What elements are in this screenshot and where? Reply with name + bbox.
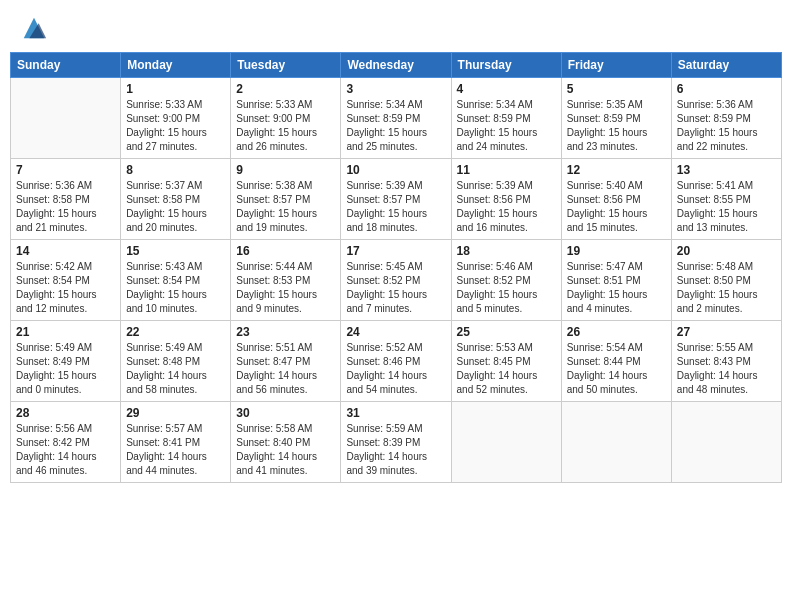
- day-info: Sunrise: 5:53 AM Sunset: 8:45 PM Dayligh…: [457, 341, 556, 397]
- calendar-cell: 2Sunrise: 5:33 AM Sunset: 9:00 PM Daylig…: [231, 78, 341, 159]
- day-info: Sunrise: 5:39 AM Sunset: 8:56 PM Dayligh…: [457, 179, 556, 235]
- day-info: Sunrise: 5:52 AM Sunset: 8:46 PM Dayligh…: [346, 341, 445, 397]
- weekday-header-wednesday: Wednesday: [341, 53, 451, 78]
- weekday-header-monday: Monday: [121, 53, 231, 78]
- calendar-cell: 29Sunrise: 5:57 AM Sunset: 8:41 PM Dayli…: [121, 402, 231, 483]
- weekday-header-thursday: Thursday: [451, 53, 561, 78]
- calendar-cell: 28Sunrise: 5:56 AM Sunset: 8:42 PM Dayli…: [11, 402, 121, 483]
- calendar-cell: 27Sunrise: 5:55 AM Sunset: 8:43 PM Dayli…: [671, 321, 781, 402]
- day-info: Sunrise: 5:55 AM Sunset: 8:43 PM Dayligh…: [677, 341, 776, 397]
- day-number: 30: [236, 406, 335, 420]
- calendar-cell: 14Sunrise: 5:42 AM Sunset: 8:54 PM Dayli…: [11, 240, 121, 321]
- calendar-cell: 13Sunrise: 5:41 AM Sunset: 8:55 PM Dayli…: [671, 159, 781, 240]
- calendar-cell: 25Sunrise: 5:53 AM Sunset: 8:45 PM Dayli…: [451, 321, 561, 402]
- day-info: Sunrise: 5:34 AM Sunset: 8:59 PM Dayligh…: [457, 98, 556, 154]
- calendar-cell: 21Sunrise: 5:49 AM Sunset: 8:49 PM Dayli…: [11, 321, 121, 402]
- day-info: Sunrise: 5:59 AM Sunset: 8:39 PM Dayligh…: [346, 422, 445, 478]
- day-number: 26: [567, 325, 666, 339]
- day-info: Sunrise: 5:45 AM Sunset: 8:52 PM Dayligh…: [346, 260, 445, 316]
- day-number: 9: [236, 163, 335, 177]
- day-info: Sunrise: 5:58 AM Sunset: 8:40 PM Dayligh…: [236, 422, 335, 478]
- calendar-cell: 31Sunrise: 5:59 AM Sunset: 8:39 PM Dayli…: [341, 402, 451, 483]
- calendar-cell: 24Sunrise: 5:52 AM Sunset: 8:46 PM Dayli…: [341, 321, 451, 402]
- weekday-header-tuesday: Tuesday: [231, 53, 341, 78]
- day-number: 28: [16, 406, 115, 420]
- calendar-cell: [451, 402, 561, 483]
- calendar-cell: [671, 402, 781, 483]
- calendar-cell: 7Sunrise: 5:36 AM Sunset: 8:58 PM Daylig…: [11, 159, 121, 240]
- calendar-cell: 30Sunrise: 5:58 AM Sunset: 8:40 PM Dayli…: [231, 402, 341, 483]
- day-info: Sunrise: 5:34 AM Sunset: 8:59 PM Dayligh…: [346, 98, 445, 154]
- day-number: 27: [677, 325, 776, 339]
- day-info: Sunrise: 5:43 AM Sunset: 8:54 PM Dayligh…: [126, 260, 225, 316]
- day-number: 31: [346, 406, 445, 420]
- day-number: 8: [126, 163, 225, 177]
- day-number: 17: [346, 244, 445, 258]
- calendar-cell: 1Sunrise: 5:33 AM Sunset: 9:00 PM Daylig…: [121, 78, 231, 159]
- calendar-cell: [11, 78, 121, 159]
- day-number: 25: [457, 325, 556, 339]
- day-number: 21: [16, 325, 115, 339]
- day-number: 23: [236, 325, 335, 339]
- day-info: Sunrise: 5:37 AM Sunset: 8:58 PM Dayligh…: [126, 179, 225, 235]
- calendar-cell: 19Sunrise: 5:47 AM Sunset: 8:51 PM Dayli…: [561, 240, 671, 321]
- calendar-cell: 10Sunrise: 5:39 AM Sunset: 8:57 PM Dayli…: [341, 159, 451, 240]
- calendar-cell: 18Sunrise: 5:46 AM Sunset: 8:52 PM Dayli…: [451, 240, 561, 321]
- day-info: Sunrise: 5:33 AM Sunset: 9:00 PM Dayligh…: [126, 98, 225, 154]
- day-number: 6: [677, 82, 776, 96]
- logo-icon: [20, 14, 48, 42]
- day-number: 20: [677, 244, 776, 258]
- day-number: 3: [346, 82, 445, 96]
- day-number: 13: [677, 163, 776, 177]
- day-number: 1: [126, 82, 225, 96]
- day-info: Sunrise: 5:44 AM Sunset: 8:53 PM Dayligh…: [236, 260, 335, 316]
- day-info: Sunrise: 5:51 AM Sunset: 8:47 PM Dayligh…: [236, 341, 335, 397]
- calendar-cell: 8Sunrise: 5:37 AM Sunset: 8:58 PM Daylig…: [121, 159, 231, 240]
- day-info: Sunrise: 5:54 AM Sunset: 8:44 PM Dayligh…: [567, 341, 666, 397]
- calendar-week-row: 14Sunrise: 5:42 AM Sunset: 8:54 PM Dayli…: [11, 240, 782, 321]
- calendar-cell: 9Sunrise: 5:38 AM Sunset: 8:57 PM Daylig…: [231, 159, 341, 240]
- calendar-cell: 22Sunrise: 5:49 AM Sunset: 8:48 PM Dayli…: [121, 321, 231, 402]
- day-number: 2: [236, 82, 335, 96]
- logo: [18, 14, 48, 42]
- calendar-cell: 11Sunrise: 5:39 AM Sunset: 8:56 PM Dayli…: [451, 159, 561, 240]
- day-info: Sunrise: 5:40 AM Sunset: 8:56 PM Dayligh…: [567, 179, 666, 235]
- day-info: Sunrise: 5:33 AM Sunset: 9:00 PM Dayligh…: [236, 98, 335, 154]
- calendar-cell: 15Sunrise: 5:43 AM Sunset: 8:54 PM Dayli…: [121, 240, 231, 321]
- calendar-cell: 3Sunrise: 5:34 AM Sunset: 8:59 PM Daylig…: [341, 78, 451, 159]
- day-number: 10: [346, 163, 445, 177]
- day-number: 14: [16, 244, 115, 258]
- calendar-cell: 26Sunrise: 5:54 AM Sunset: 8:44 PM Dayli…: [561, 321, 671, 402]
- day-number: 5: [567, 82, 666, 96]
- day-info: Sunrise: 5:39 AM Sunset: 8:57 PM Dayligh…: [346, 179, 445, 235]
- day-info: Sunrise: 5:41 AM Sunset: 8:55 PM Dayligh…: [677, 179, 776, 235]
- day-info: Sunrise: 5:36 AM Sunset: 8:58 PM Dayligh…: [16, 179, 115, 235]
- calendar-cell: 4Sunrise: 5:34 AM Sunset: 8:59 PM Daylig…: [451, 78, 561, 159]
- day-number: 12: [567, 163, 666, 177]
- page-header: [10, 10, 782, 46]
- calendar-week-row: 21Sunrise: 5:49 AM Sunset: 8:49 PM Dayli…: [11, 321, 782, 402]
- weekday-header-saturday: Saturday: [671, 53, 781, 78]
- day-number: 7: [16, 163, 115, 177]
- calendar-table: SundayMondayTuesdayWednesdayThursdayFrid…: [10, 52, 782, 483]
- calendar-week-row: 1Sunrise: 5:33 AM Sunset: 9:00 PM Daylig…: [11, 78, 782, 159]
- calendar-week-row: 7Sunrise: 5:36 AM Sunset: 8:58 PM Daylig…: [11, 159, 782, 240]
- day-number: 19: [567, 244, 666, 258]
- calendar-cell: [561, 402, 671, 483]
- day-number: 24: [346, 325, 445, 339]
- day-info: Sunrise: 5:49 AM Sunset: 8:48 PM Dayligh…: [126, 341, 225, 397]
- calendar-cell: 6Sunrise: 5:36 AM Sunset: 8:59 PM Daylig…: [671, 78, 781, 159]
- day-number: 11: [457, 163, 556, 177]
- weekday-header-sunday: Sunday: [11, 53, 121, 78]
- day-info: Sunrise: 5:56 AM Sunset: 8:42 PM Dayligh…: [16, 422, 115, 478]
- calendar-cell: 17Sunrise: 5:45 AM Sunset: 8:52 PM Dayli…: [341, 240, 451, 321]
- day-info: Sunrise: 5:49 AM Sunset: 8:49 PM Dayligh…: [16, 341, 115, 397]
- day-number: 16: [236, 244, 335, 258]
- day-info: Sunrise: 5:57 AM Sunset: 8:41 PM Dayligh…: [126, 422, 225, 478]
- calendar-cell: 16Sunrise: 5:44 AM Sunset: 8:53 PM Dayli…: [231, 240, 341, 321]
- day-number: 22: [126, 325, 225, 339]
- day-number: 15: [126, 244, 225, 258]
- day-info: Sunrise: 5:36 AM Sunset: 8:59 PM Dayligh…: [677, 98, 776, 154]
- day-info: Sunrise: 5:42 AM Sunset: 8:54 PM Dayligh…: [16, 260, 115, 316]
- day-info: Sunrise: 5:35 AM Sunset: 8:59 PM Dayligh…: [567, 98, 666, 154]
